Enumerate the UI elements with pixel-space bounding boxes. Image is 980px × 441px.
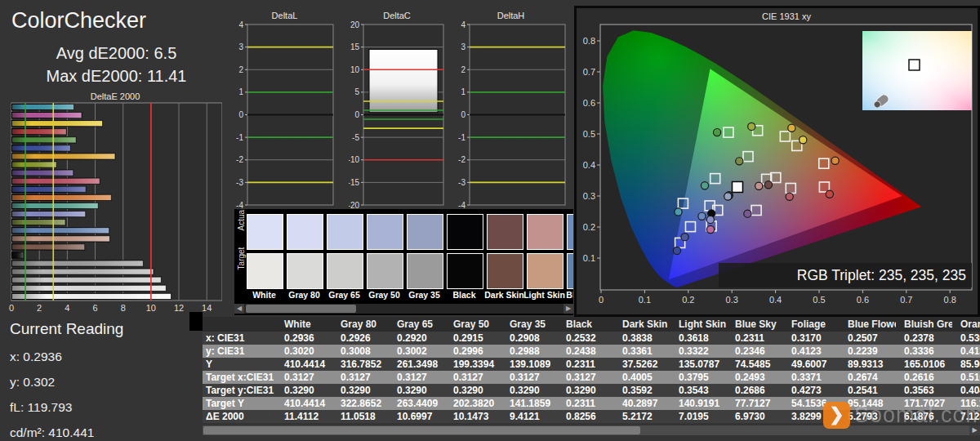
table-cell: 0.3020 (276, 345, 332, 358)
row-label: y: CIE31 (203, 345, 276, 358)
y-tick-label: 0.8 (583, 36, 595, 46)
table-cell: 0.2616 (896, 371, 952, 384)
swatch-row-label-actual: Actual (237, 209, 246, 237)
column-header-black: Black (558, 317, 614, 332)
bar-shine (12, 129, 67, 135)
y-tick-label: -20 (349, 201, 359, 210)
x-tick-label: 0.8 (944, 295, 956, 305)
table-cell: 263.4409 (389, 397, 445, 410)
swatch-actual-blue-sky (567, 214, 573, 250)
cie-chart-title: CIE 1931 xy (762, 11, 811, 21)
deltae-chart-title: DeltaE 2000 (8, 91, 222, 101)
y-tick-label: 15 (350, 42, 360, 51)
bar-shine (12, 137, 77, 143)
y-tick-label: 0.2 (583, 222, 595, 232)
table-cell: 410.4414 (276, 358, 332, 371)
table-row-x--cie31: x: CIE310.29360.29260.29200.29150.29080.… (203, 332, 980, 345)
column-header-gray-35: Gray 35 (501, 317, 558, 332)
measured-marker-orange (831, 157, 839, 164)
measured-marker-magenta (706, 225, 714, 233)
table-cell: 199.3394 (445, 358, 501, 371)
table-cell: 139.1089 (501, 358, 558, 371)
soomal-logo-icon: ❯ (823, 402, 850, 429)
column-header-dark-skin: Dark Skin (614, 317, 670, 332)
deltae-bar-chart: 02468101214 (8, 101, 222, 314)
table-cell: 0.2311 (558, 397, 614, 410)
scrollbar-thumb[interactable] (203, 426, 640, 434)
measured-marker-blue-sky (698, 212, 706, 220)
swatch-target-gray-50 (367, 253, 403, 289)
x-tick-label: 8 (121, 303, 126, 313)
column-header-bluish-green: Bluish Green (896, 317, 952, 332)
bar-shine (12, 277, 162, 283)
table-row-target-x-cie31: Target x:CIE310.31270.31270.31270.31270.… (203, 371, 980, 384)
swatch-target-gray-65 (327, 253, 363, 289)
table-cell: 0.2996 (445, 345, 501, 358)
x-tick-label: 0 (599, 295, 604, 305)
reading-x: x: 0.2936 (10, 350, 230, 364)
y-tick-label: -1 (458, 133, 466, 142)
swatch-target-blue-sky (567, 253, 573, 289)
current-reading-block: Current Reading x: 0.2936 y: 0.302 fL: 1… (10, 320, 230, 441)
y-tick-label: 0.7 (583, 67, 595, 77)
table-cell: 0.3371 (783, 371, 840, 384)
x-tick-label: 0.7 (900, 295, 912, 305)
y-tick-label: -15 (349, 178, 359, 187)
swatch-target-gray-80 (287, 253, 323, 289)
column-header-light-skin: Light Skin (670, 317, 727, 332)
inset-target-marker (909, 60, 920, 70)
deltac-chart: 20151050-5-10-15-20 (349, 21, 445, 212)
measured-marker-red (826, 190, 833, 198)
table-cell: 10.6997 (389, 410, 445, 423)
x-tick-label: 0.1 (639, 295, 651, 305)
scroll-right-arrow-icon[interactable]: ▶ (564, 304, 573, 314)
bar-shine (12, 293, 172, 299)
table-cell: 5.2172 (614, 410, 670, 423)
watermark: ❯ Soomal.com (823, 402, 980, 429)
measured-marker-blue-flower (706, 216, 714, 223)
y-tick-label: 3 (238, 42, 243, 51)
y-tick-label: 0.4 (583, 160, 595, 170)
table-cell: 322.8652 (332, 397, 389, 410)
bar-shine (12, 211, 86, 216)
swatch-actual-gray-35 (407, 214, 443, 250)
table-cell: 0.3127 (501, 371, 558, 384)
table-cell: 0.3002 (389, 345, 445, 358)
reading-cdm2: cd/m²: 410.441 (10, 425, 230, 440)
table-cell: 0.4123 (783, 345, 840, 358)
table-corner-block (189, 312, 203, 331)
swatch-label: Gray 80 (283, 290, 326, 300)
row-label: x: CIE31 (203, 332, 276, 345)
table-cell: 0.2926 (332, 332, 389, 345)
measured-marker-green (713, 129, 720, 136)
row-label: Target Y (203, 397, 276, 410)
scrollbar-thumb[interactable] (246, 305, 356, 313)
swatch-target-light-skin (527, 253, 564, 289)
bar-shine (12, 220, 65, 225)
swatch-horizontal-scrollbar[interactable]: ◀▶ (234, 304, 573, 314)
table-cell: 0.2541 (840, 384, 896, 397)
swatch-label: Black (443, 290, 486, 300)
bar-shine (12, 162, 57, 167)
target-marker-whitepoint (732, 181, 742, 192)
x-tick-label: 0.2 (682, 295, 694, 305)
row-label: Y (203, 358, 276, 371)
table-cell: 0.2493 (727, 371, 783, 384)
bar-shine (12, 104, 74, 109)
deltac-data-block (369, 49, 438, 112)
cie-1931-panel: CIE 1931 xy00.10.20.30.40.50.60.70.80.10… (577, 8, 978, 314)
table-cell: 40.2897 (614, 397, 670, 410)
table-cell: 0.3336 (896, 345, 952, 358)
measured-marker-moderate-red (786, 193, 793, 200)
table-cell: 11.0518 (332, 410, 389, 423)
y-tick-label: -2 (236, 155, 243, 164)
x-tick-label: 10 (146, 303, 156, 313)
x-tick-label: 14 (202, 303, 212, 313)
table-cell: 0.3290 (389, 384, 445, 397)
table-header-row: WhiteGray 80Gray 65Gray 50Gray 35BlackDa… (203, 317, 980, 332)
y-tick-label: 0 (461, 110, 466, 119)
bar-shine (12, 236, 110, 242)
swatch-target-dark-skin (487, 253, 523, 289)
table-cell: 74.5485 (727, 358, 783, 371)
scroll-left-arrow-icon[interactable]: ◀ (234, 304, 244, 314)
